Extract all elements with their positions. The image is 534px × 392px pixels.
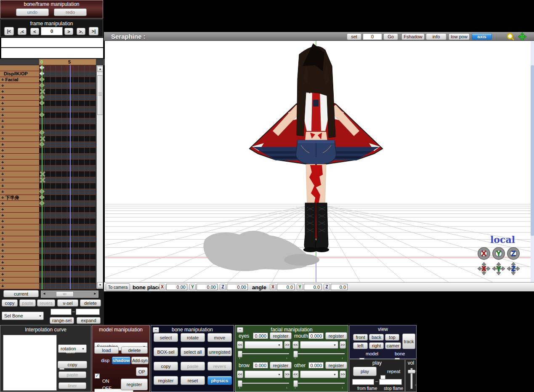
timeline-row-label[interactable] [0, 65, 39, 71]
facial-prev-morph-button[interactable]: << [237, 341, 243, 349]
timeline-row-track[interactable] [39, 242, 96, 248]
to-camera-button[interactable]: To camera [106, 283, 130, 291]
timeline-row-track[interactable] [39, 107, 96, 112]
fshadow-button[interactable]: Fshadow [401, 33, 425, 40]
place-x-input[interactable]: 0.00 [166, 284, 187, 290]
low-pow-button[interactable]: low pow [449, 33, 470, 40]
timeline-row-track[interactable] [39, 95, 96, 101]
bone-reset-button[interactable]: reset [181, 376, 205, 385]
timeline-row-label[interactable]: + [0, 101, 39, 107]
magnifier-icon[interactable] [506, 32, 515, 41]
timeline-row-label[interactable]: + [0, 277, 39, 283]
timeline-row-track[interactable] [39, 195, 96, 201]
timeline-delete-button[interactable]: delete [80, 299, 101, 307]
facial-eyes-register-button[interactable]: register [270, 332, 292, 339]
play-stop-input[interactable] [379, 379, 402, 385]
slider-handle[interactable] [293, 380, 298, 387]
facial-next-morph-button[interactable]: >> [284, 341, 290, 349]
play-from-input[interactable] [352, 379, 374, 385]
timeline-row-label[interactable]: + [0, 148, 39, 154]
view-back-button[interactable]: back [369, 334, 384, 341]
volume-slider-handle[interactable] [408, 370, 415, 373]
frame-register-list[interactable] [1, 37, 104, 48]
bone-unregisted-button[interactable]: unregisted [207, 347, 232, 356]
timeline-row-track[interactable] [39, 136, 96, 142]
facial-mouth-slider[interactable] [293, 351, 345, 357]
timeline-row-track[interactable] [39, 201, 96, 207]
facial-brow-value-input[interactable]: 0.000 [253, 362, 268, 368]
timeline-row-track[interactable] [39, 213, 96, 219]
timeline-copy-button[interactable]: copy [2, 299, 18, 307]
bone-physics-button[interactable]: physics [207, 376, 232, 385]
timeline-row-label[interactable]: + [0, 201, 39, 207]
timeline-row-track[interactable] [39, 89, 96, 95]
angle-z-input[interactable]: 0.0 [331, 284, 348, 290]
disp-checkbox[interactable] [95, 373, 100, 379]
timeline-row-track[interactable] [39, 183, 96, 189]
play-button[interactable]: play [353, 367, 377, 376]
facial-next-morph-button[interactable]: >> [284, 371, 290, 378]
timeline-row-label[interactable]: + [0, 83, 39, 89]
undo-button[interactable]: undo [16, 8, 49, 16]
timeline-row-track[interactable] [39, 165, 96, 171]
timeline-row-track[interactable] [39, 171, 96, 177]
timeline-row-label[interactable]: + [0, 130, 39, 136]
timeline-row-track[interactable] [39, 71, 96, 77]
facial-brow-register-button[interactable]: register [270, 362, 292, 369]
timeline-row-track[interactable] [39, 77, 96, 83]
view-camera-button[interactable]: camer [385, 342, 401, 349]
viewport-3d[interactable]: local X Y Z [105, 41, 531, 282]
range-to-input[interactable] [76, 309, 100, 315]
facial-other-slider[interactable] [293, 380, 345, 386]
timeline-row-label[interactable]: + [0, 207, 39, 213]
timeline-row-track[interactable] [39, 272, 96, 277]
range-from-input[interactable] [50, 309, 72, 315]
timeline-row-label[interactable]: + [0, 254, 39, 260]
timeline-row-label[interactable]: + [0, 95, 39, 101]
bone-copy-button[interactable]: copy [154, 362, 178, 371]
view-left-button[interactable]: left [353, 342, 368, 349]
angle-y-input[interactable]: 0.0 [304, 284, 321, 290]
op-button[interactable]: OP [136, 367, 148, 376]
timeline-row-label[interactable]: + [0, 136, 39, 142]
timeline-row-label[interactable]: + [0, 165, 39, 171]
expand-button[interactable]: expand [77, 317, 101, 324]
timeline-row-track[interactable] [39, 224, 96, 230]
frame-last-button[interactable]: >| [89, 27, 98, 35]
timeline-row-track[interactable] [39, 130, 96, 136]
go-button[interactable]: Go [383, 33, 398, 40]
timeline-row-label[interactable]: + Facial [0, 77, 39, 83]
timeline-paste-button[interactable]: paste [19, 299, 36, 307]
facial-mouth-morph-dropdown[interactable] [300, 341, 338, 349]
timeline-row-label[interactable]: + [0, 242, 39, 248]
scroll-down-icon[interactable]: ▼ [97, 282, 103, 288]
frame-first-button[interactable]: |< [4, 27, 14, 35]
timeline-row-track[interactable] [39, 160, 96, 165]
axis-button[interactable]: axis [472, 33, 492, 40]
frame-register-list-2[interactable] [1, 48, 104, 59]
timeline-row-track[interactable] [39, 112, 96, 118]
timeline-row-track[interactable] [39, 65, 96, 71]
scroll-right-icon[interactable]: ► [93, 291, 97, 296]
timeline-row-label[interactable]: + [0, 219, 39, 224]
timeline-row-track[interactable] [39, 177, 96, 183]
place-y-input[interactable]: 0.00 [197, 284, 218, 290]
bone-select-all-button[interactable]: select all [181, 347, 205, 356]
view-front-button[interactable]: front [353, 334, 368, 341]
facial-mouth-value-input[interactable]: 0.000 [308, 333, 324, 339]
scroll-up-icon[interactable]: ▲ [97, 66, 103, 72]
move-view-icon[interactable] [518, 32, 526, 41]
set-button[interactable]: set [347, 33, 361, 40]
timeline-row-track[interactable] [39, 207, 96, 213]
facial-mouth-register-button[interactable]: register [325, 332, 347, 339]
bone-select-button[interactable]: select [154, 333, 178, 342]
bone-paste-button[interactable]: paste [181, 362, 205, 371]
timeline-row-label[interactable]: + [0, 236, 39, 242]
scroll-left-icon[interactable]: ◄ [43, 291, 46, 296]
timeline-row-track[interactable] [39, 236, 96, 242]
timeline-row-label[interactable]: + [0, 272, 39, 277]
facial-next-morph-button[interactable]: >> [340, 371, 346, 378]
current-button[interactable]: current [3, 290, 39, 297]
scrollbar-thumb[interactable] [97, 75, 103, 115]
timeline-row-label[interactable]: + [0, 107, 39, 112]
